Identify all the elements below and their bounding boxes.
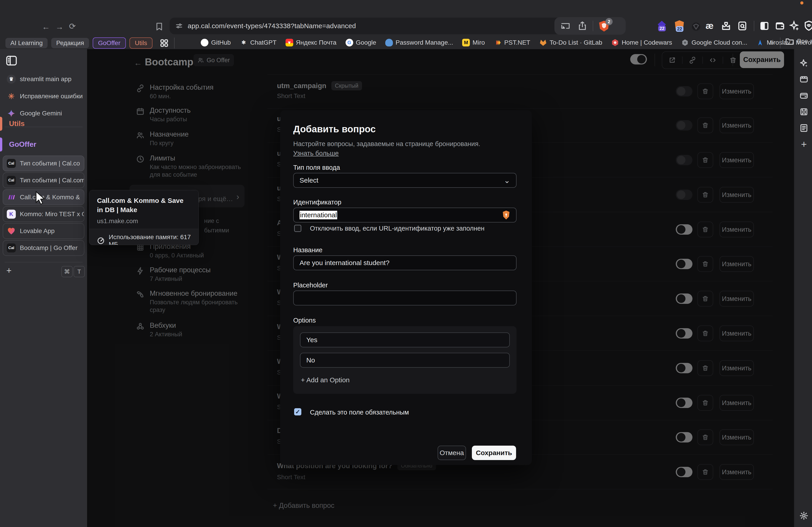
learn-more-link[interactable]: Узнать больше (293, 150, 339, 157)
modal-save-button[interactable]: Сохранить (472, 446, 516, 460)
tooltip-url: us1.make.com (97, 217, 191, 225)
disable-input-label: Отключить ввод, если URL-идентификатор у… (310, 225, 484, 232)
options-label: Options (293, 317, 316, 324)
placeholder-label: Placeholder (293, 282, 328, 289)
placeholder-input[interactable] (293, 290, 517, 305)
identifier-label: Идентификатор (293, 199, 341, 206)
option-no-input[interactable]: No (300, 353, 510, 367)
password-shield-icon[interactable] (502, 210, 510, 220)
required-label: Сделать это поле обязательным (310, 409, 409, 416)
mouse-cursor (34, 191, 46, 205)
modal-title: Добавить вопрос (293, 124, 376, 135)
disable-input-checkbox[interactable] (294, 225, 301, 232)
identifier-input[interactable]: international (293, 208, 517, 223)
chevron-down-icon: ⌄ (504, 176, 510, 185)
required-checkbox[interactable]: ✓ (294, 408, 301, 416)
option-yes-input[interactable]: Yes (300, 332, 510, 347)
field-type-label: Тип поля ввода (293, 164, 340, 171)
tab-hover-tooltip: Call.com & Kommo & Save in DB | Make us1… (89, 190, 199, 245)
name-input[interactable]: Are you international student? (293, 255, 517, 270)
tooltip-title: Call.com & Kommo & Save in DB | Make (97, 196, 191, 214)
options-container: Yes No + Add an Option (293, 326, 517, 394)
cancel-button[interactable]: Отмена (438, 446, 466, 460)
add-question-modal: Добавить вопрос Настройте вопросы, задав… (280, 110, 532, 465)
memory-gauge-icon (97, 237, 105, 244)
name-label: Название (293, 246, 322, 254)
tooltip-memory: Использование памяти: 617 МБ (109, 234, 191, 245)
field-type-select[interactable]: Select ⌄ (293, 173, 517, 188)
modal-description: Настройте вопросы, задаваемые на страниц… (293, 139, 497, 158)
add-option-button[interactable]: + Add an Option (301, 376, 350, 384)
